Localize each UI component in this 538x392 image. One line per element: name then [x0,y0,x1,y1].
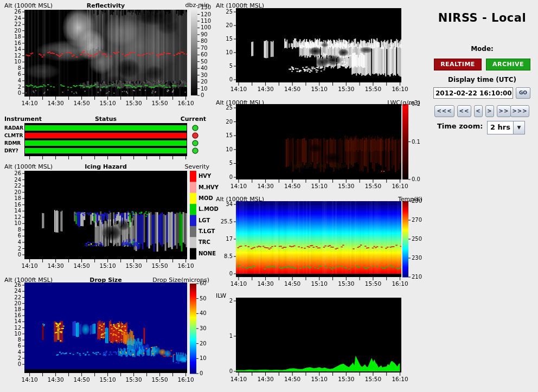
nav-step-forward-button[interactable]: > [485,105,494,117]
severity-label-mod: MOD [198,195,213,201]
archive-button[interactable]: ARCHIVE [486,59,530,70]
cloud-mask-plot [236,8,401,82]
severity-label-mhvy: M.HVY [198,184,219,190]
temperature-alt-label: Alt (1000ft MSL) [216,196,264,203]
nirss-app: Alt (1000ft MSL) Reflectivity dbz-min In… [0,0,538,392]
display-time-label: Display time (UTC) [428,76,536,83]
icing-hazard-plot [24,171,187,259]
status-row-label-clmtr: CLMTR [4,133,23,138]
severity-label-none: NONE [198,250,216,256]
dropsize-unit-label: Drop Size(microns) [130,277,209,284]
reflectivity-title: Reflectivity [24,3,187,9]
cloudmask-alt-label: Alt (1000ft MSL) [216,3,264,9]
ilw-plot [236,298,401,372]
temperature-unit-label: Temp(K) [377,196,422,203]
status-row-label-rdmr: RDMR [4,140,21,146]
lwc-alt-label: Alt (1000ft MSL) [216,100,264,106]
status-row-label-dry: DRY? [4,148,18,153]
icing-title: Icing Hazard [24,164,187,170]
nav-fast-forward-button[interactable]: >>> [510,105,529,117]
drop-size-plot [24,282,187,373]
status-row-label-radar: RADAR [4,125,23,131]
severity-label-trc: TRC [198,239,210,245]
severity-colorbar-label: Severity [175,164,209,170]
severity-label-tlgt: T.LGT [198,228,215,234]
nav-fast-back-button[interactable]: <<< [434,105,454,117]
nav-step-back-button[interactable]: < [474,105,483,117]
temperature-plot [236,201,401,277]
time-zoom-label: Time zoom: [437,123,483,130]
ilw-label: ILW [216,293,226,299]
severity-label-hvy: HVY [198,173,211,179]
reflectivity-unit-label: dbz-min [178,2,209,9]
instrument-status-plot [24,123,187,156]
display-time-input[interactable] [433,87,513,99]
lwc-plot [236,104,401,179]
dropdown-arrow-icon[interactable]: ▼ [513,121,524,134]
time-zoom-value: 2 hrs [490,123,510,131]
lwc-unit-label: LWC(g/m3) [374,100,420,106]
mode-label: Mode: [428,46,536,52]
page-title: NIRSS - Local [428,15,536,21]
status-header-current: Current [163,116,206,123]
nav-forward-button[interactable]: >> [497,105,511,117]
nav-back-button[interactable]: << [457,105,471,117]
reflectivity-plot [24,10,187,97]
time-zoom-select[interactable]: 2 hrs ▼ [487,121,525,134]
severity-label-lmod: L.MOD [198,206,219,212]
severity-label-lgt: LGT [198,217,210,223]
go-button[interactable]: GO [516,87,530,99]
realtime-button[interactable]: REALTIME [434,59,482,70]
